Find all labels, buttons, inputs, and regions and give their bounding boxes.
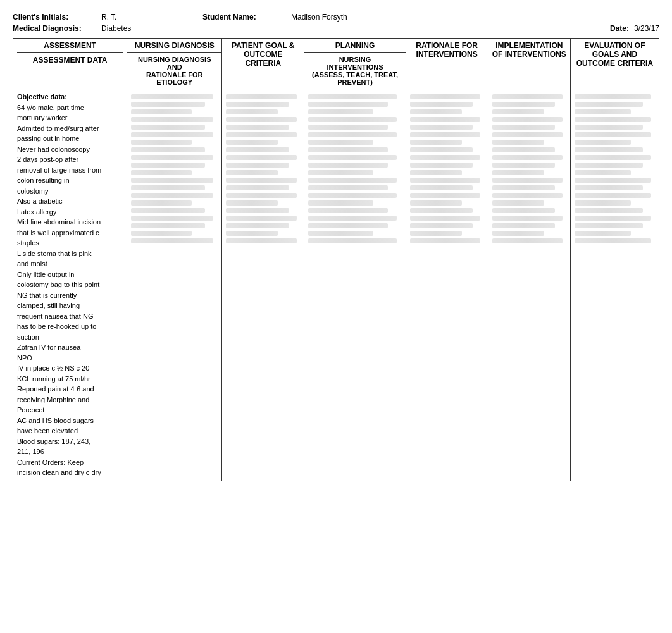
rationale-header: Rationale for Interventions	[406, 39, 488, 89]
client-initials-label: Client's Initials:	[13, 13, 101, 22]
assessment-line: removal of large mass from	[17, 165, 123, 176]
assessment-line: that is well approximated c	[17, 228, 123, 238]
evaluation-cell	[570, 89, 659, 481]
assessment-line: receiving Morphine and	[17, 395, 123, 405]
assessment-line: colostomy bag to this point	[17, 280, 123, 290]
assessment-lines: 64 y/o male, part timemortuary workerAdm…	[17, 102, 123, 478]
implementation-header: IMPLEMENTATION OF INTERVENTIONS	[488, 39, 570, 89]
assessment-line: Blood sugars: 187, 243,	[17, 436, 123, 447]
assessment-line: 211, 196	[17, 446, 123, 457]
assessment-line: Mid-line abdominal incision	[17, 217, 123, 228]
assessment-line: has to be re-hooked up to	[17, 321, 123, 332]
date-value: 3/23/17	[634, 24, 659, 33]
evaluation-header: EVALUATION OF GOALS AND OUTCOME CRITERIA	[570, 39, 659, 89]
rationale-cell	[406, 89, 488, 481]
assessment-line: IV in place c ½ NS c 20	[17, 363, 123, 374]
assessment-line: passing out in home	[17, 133, 123, 144]
assessment-line: AC and HS blood sugars	[17, 415, 123, 426]
planning-cell	[304, 89, 406, 481]
assessment-line: Current Orders: Keep	[17, 457, 123, 468]
assessment-line: Also a diabetic	[17, 196, 123, 207]
student-name-label: Student Name:	[202, 13, 291, 22]
assessment-line: colon resulting in	[17, 175, 123, 186]
assessment-line: mortuary worker	[17, 113, 123, 123]
assessment-line: Zofran IV for nausea	[17, 342, 123, 353]
assessment-line: Only little output in	[17, 269, 123, 280]
assessment-line: frequent nausea that NG	[17, 311, 123, 322]
assessment-line: Never had colonoscopy	[17, 144, 123, 155]
planning-header: PLANNING	[304, 39, 406, 53]
assessment-line: colostomy	[17, 186, 123, 197]
planning-content	[308, 94, 401, 243]
rationale-content	[410, 94, 484, 243]
assessment-line: L side stoma that is pink	[17, 249, 123, 259]
assessment-line: 64 y/o male, part time	[17, 102, 123, 113]
planning-sub-header: Nursing Interventions (assess, teach, tr…	[304, 53, 406, 89]
date-label: Date:	[610, 24, 629, 33]
nursing-diagnosis-header: NURSING DIAGNOSIS	[127, 39, 222, 53]
nursing-care-plan-table: ASSESSMENT Assessment Data NURSING DIAGN…	[13, 38, 659, 481]
assessment-line: NG that is currently	[17, 290, 123, 301]
nursing-diagnosis-content	[131, 94, 218, 243]
assessment-line: staples	[17, 238, 123, 249]
assessment-line: suction	[17, 332, 123, 343]
patient-goal-cell	[222, 89, 304, 481]
assessment-line: Percocet	[17, 405, 123, 415]
medical-diagnosis-value: Diabetes	[101, 24, 202, 33]
evaluation-content	[575, 94, 655, 243]
student-name-value: Madison Forsyth	[291, 13, 392, 22]
assessment-line: incision clean and dry c dry	[17, 467, 123, 478]
implementation-content	[492, 94, 566, 243]
header: Client's Initials: R. T. Student Name: M…	[13, 13, 659, 33]
assessment-data-cell: Objective data: 64 y/o male, part timemo…	[13, 89, 127, 481]
assessment-line: and moist	[17, 259, 123, 269]
patient-goal-content	[226, 94, 300, 243]
client-initials-value: R. T.	[101, 13, 202, 22]
assessment-line: NPO	[17, 353, 123, 364]
assessment-header: ASSESSMENT Assessment Data	[13, 39, 127, 89]
patient-goal-header: Patient Goal & Outcome Criteria	[222, 39, 304, 89]
assessment-line: KCL running at 75 ml/hr	[17, 374, 123, 384]
assessment-line: clamped, still having	[17, 300, 123, 311]
objective-data-label: Objective data:	[17, 93, 67, 101]
medical-diagnosis-label: Medical Diagnosis:	[13, 24, 101, 33]
nursing-diagnosis-cell	[127, 89, 222, 481]
nursing-diagnosis-sub-header: Nursing Diagnosis and Rationale for Etio…	[127, 53, 222, 89]
assessment-line: Reported pain at 4-6 and	[17, 384, 123, 395]
assessment-line: Latex allergy	[17, 207, 123, 218]
assessment-line: Admitted to med/surg after	[17, 123, 123, 134]
assessment-line: 2 days post-op after	[17, 154, 123, 165]
assessment-line: have been elevated	[17, 426, 123, 436]
implementation-cell	[488, 89, 570, 481]
